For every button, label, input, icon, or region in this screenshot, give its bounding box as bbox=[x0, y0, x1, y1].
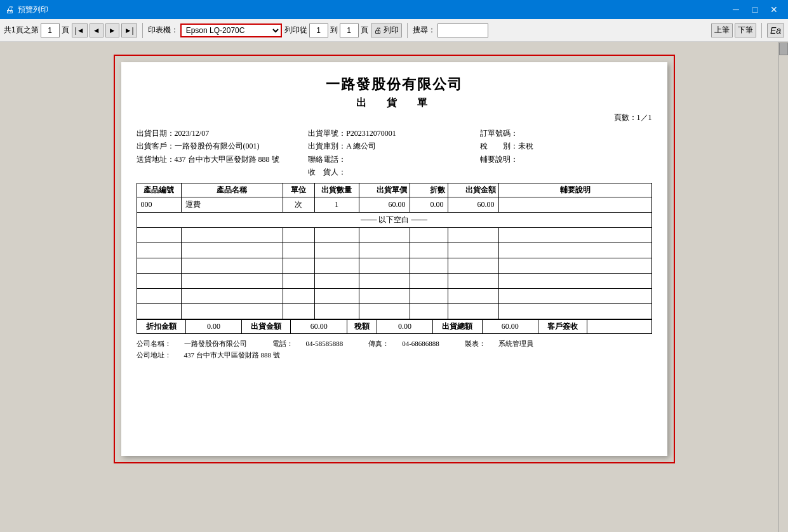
cell-price: 60.00 bbox=[359, 197, 410, 212]
customer-sign-value bbox=[587, 319, 651, 333]
window-title: 預覽列印 bbox=[18, 4, 48, 15]
nav-section[interactable]: |◄ ◄ ► ►| bbox=[72, 23, 137, 37]
company-maker-value: 系統管理員 bbox=[498, 338, 533, 350]
company-name: 一路發股份有限公司 bbox=[137, 75, 652, 94]
table-header-row: 產品編號 產品名稱 單位 出貨數量 出貨單價 折數 出貨金額 輔要說明 bbox=[137, 183, 651, 197]
company-footer-row-1: 公司名稱：一路發股份有限公司 電話：04-58585888 傳真：04-6868… bbox=[137, 338, 652, 350]
print-from-label: 列印從 bbox=[284, 25, 307, 36]
nav-next-button[interactable]: ► bbox=[105, 23, 119, 37]
order-no-label: 出貨單號： bbox=[308, 129, 346, 138]
ship-amt-label: 出貨金額 bbox=[242, 319, 291, 333]
header-unit: 單位 bbox=[283, 183, 314, 197]
cell-note bbox=[498, 197, 651, 212]
warehouse-value: A 總公司 bbox=[346, 142, 376, 150]
print-button-label: 列印 bbox=[384, 25, 399, 36]
customer-label: 出貨客戶： bbox=[137, 142, 175, 150]
note-label: 輔要說明： bbox=[480, 155, 518, 164]
toolbar-separator-2 bbox=[407, 23, 408, 38]
print-to-label: 到 bbox=[330, 25, 338, 36]
address-label: 送貨地址： bbox=[137, 155, 175, 164]
document: 一路發股份有限公司 出 貨 單 頁數：1／1 出貨日期：2023/12/07 出… bbox=[121, 62, 667, 456]
close-button[interactable]: ✕ bbox=[765, 3, 783, 16]
print-from-input[interactable] bbox=[309, 23, 328, 37]
toolbar-separator-1 bbox=[142, 23, 143, 38]
ship-amt-value: 60.00 bbox=[291, 319, 347, 333]
empty-row-6 bbox=[137, 303, 651, 319]
empty-row-2 bbox=[137, 243, 651, 258]
nav-last-button[interactable]: ►| bbox=[121, 23, 137, 37]
empty-cell bbox=[137, 227, 181, 243]
scrollbar-thumb[interactable] bbox=[779, 43, 788, 55]
prev-button[interactable]: 上筆 bbox=[711, 23, 733, 37]
title-bar: 🖨 預覽列印 ─ □ ✕ bbox=[0, 0, 788, 19]
company-fax-value: 04-68686888 bbox=[402, 338, 439, 350]
search-input[interactable] bbox=[437, 23, 488, 37]
table-row: 000 運費 次 1 60.00 0.00 60.00 bbox=[137, 197, 651, 212]
company-footer-row-2: 公司地址：437 台中市大甲區發財路 888 號 bbox=[137, 349, 652, 361]
total-label: 出貨總額 bbox=[433, 319, 482, 333]
title-bar-left: 🖨 預覽列印 bbox=[5, 4, 48, 15]
printer-select[interactable]: Epson LQ-2070C bbox=[180, 23, 282, 37]
company-addr-label: 公司地址： bbox=[137, 349, 171, 361]
page-number-input[interactable] bbox=[41, 23, 60, 37]
phone-field: 聯絡電話： bbox=[308, 153, 480, 166]
tax-value: 0.00 bbox=[377, 319, 433, 333]
print-button[interactable]: 🖨 列印 bbox=[371, 23, 402, 37]
company-fax-label: 傳真： bbox=[368, 338, 389, 350]
main-content: 一路發股份有限公司 出 貨 單 頁數：1／1 出貨日期：2023/12/07 出… bbox=[0, 42, 788, 532]
print-range-section: 列印從 到 頁 bbox=[284, 23, 368, 37]
ship-date-field: 出貨日期：2023/12/07 bbox=[137, 127, 309, 140]
ea-button[interactable]: Ea bbox=[767, 23, 784, 37]
product-table: 產品編號 產品名稱 單位 出貨數量 出貨單價 折數 出貨金額 輔要說明 000 … bbox=[137, 183, 652, 319]
empty-row-5 bbox=[137, 288, 651, 303]
empty-row-3 bbox=[137, 258, 651, 273]
blank-col bbox=[137, 166, 309, 178]
company-phone-value: 04-58585888 bbox=[306, 338, 344, 350]
doc-title: 出 貨 單 bbox=[137, 96, 652, 110]
scrollbar-right[interactable] bbox=[778, 42, 788, 532]
maximize-button[interactable]: □ bbox=[746, 3, 764, 16]
print-to-input[interactable] bbox=[340, 23, 359, 37]
header-price: 出貨單價 bbox=[359, 183, 410, 197]
footer-totals-table: 折扣金額 0.00 出貨金額 60.00 稅額 0.00 出貨總額 60.00 … bbox=[137, 319, 652, 334]
header-name: 產品名稱 bbox=[181, 183, 283, 197]
minimize-button[interactable]: ─ bbox=[727, 3, 745, 16]
tax-type-field: 稅 別：未稅 bbox=[480, 140, 652, 152]
address-field: 送貨地址：437 台中市大甲區發財路 888 號 bbox=[137, 153, 309, 166]
company-maker-label: 製表： bbox=[465, 338, 486, 350]
nav-prev-next-section[interactable]: 上筆 下筆 bbox=[711, 23, 756, 37]
cell-code: 000 bbox=[137, 197, 181, 212]
phone-label: 聯絡電話： bbox=[308, 155, 346, 164]
company-phone-label: 電話： bbox=[272, 338, 293, 350]
tax-label: 稅額 bbox=[347, 319, 377, 333]
cell-qty: 1 bbox=[314, 197, 359, 212]
header-discount: 折數 bbox=[410, 183, 448, 197]
header-qty: 出貨數量 bbox=[314, 183, 359, 197]
title-bar-controls[interactable]: ─ □ ✕ bbox=[727, 3, 783, 16]
address-value: 437 台中市大甲區發財路 888 號 bbox=[175, 155, 279, 164]
header-note: 輔要說明 bbox=[498, 183, 651, 197]
cell-name: 運費 bbox=[181, 197, 283, 212]
page-suffix: 頁 bbox=[62, 25, 69, 36]
receiver-field: 收 貨人： bbox=[308, 166, 480, 178]
header-code: 產品編號 bbox=[137, 183, 181, 197]
page-info-section: 共1頁之第 頁 bbox=[4, 23, 69, 37]
printer-section: 印表機： Epson LQ-2070C bbox=[148, 23, 282, 37]
preview-container: 一路發股份有限公司 出 貨 單 頁數：1／1 出貨日期：2023/12/07 出… bbox=[114, 55, 675, 463]
page-info-label: 共1頁之第 bbox=[4, 25, 39, 36]
customer-field: 出貨客戶：一路發股份有限公司(001) bbox=[137, 140, 309, 152]
print-button-section[interactable]: 🖨 列印 bbox=[371, 23, 402, 37]
tax-type-label: 稅 別： bbox=[480, 142, 518, 150]
nav-first-button[interactable]: |◄ bbox=[72, 23, 88, 37]
printer-label: 印表機： bbox=[148, 25, 178, 36]
printer-icon: 🖨 bbox=[374, 26, 382, 35]
ship-date-value: 2023/12/07 bbox=[175, 129, 210, 138]
company-footer: 公司名稱：一路發股份有限公司 電話：04-58585888 傳真：04-6868… bbox=[137, 338, 652, 361]
cell-unit: 次 bbox=[283, 197, 314, 212]
nav-prev-button[interactable]: ◄ bbox=[90, 23, 104, 37]
next-button[interactable]: 下筆 bbox=[735, 23, 756, 37]
empty-row-1 bbox=[137, 227, 651, 243]
cell-amount: 60.00 bbox=[448, 197, 498, 212]
discount-value: 0.00 bbox=[185, 319, 242, 333]
total-value: 60.00 bbox=[482, 319, 538, 333]
